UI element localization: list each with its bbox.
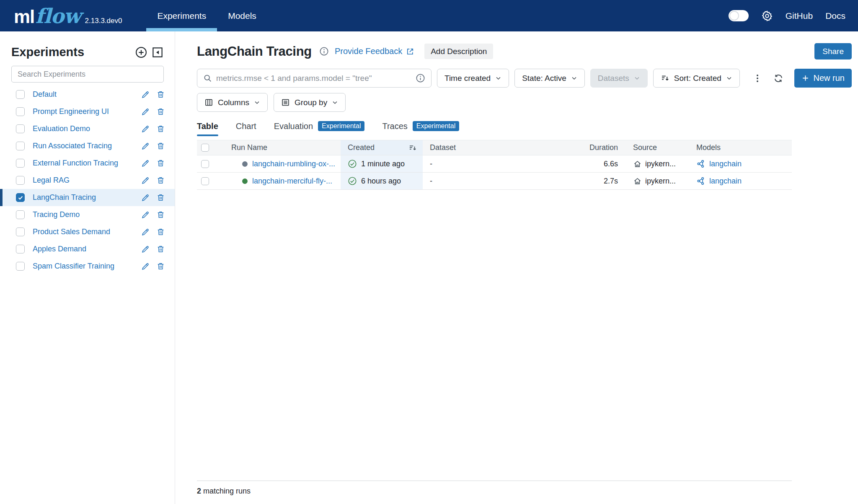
nav-tab-models[interactable]: Models [217,0,267,31]
experiment-label[interactable]: Apples Demand [33,245,86,253]
edit-icon[interactable] [141,262,150,271]
run-search-box[interactable] [197,69,432,88]
sidebar-item-langchain-tracing[interactable]: LangChain Tracing [0,189,175,206]
docs-link[interactable]: Docs [825,11,845,21]
experiment-label[interactable]: Prompt Engineering UI [33,107,109,116]
state-dropdown[interactable]: State: Active [514,69,585,88]
sidebar-item-run-associated-tracing[interactable]: Run Associated Tracing [0,137,175,155]
source-value[interactable]: ipykern... [645,177,676,186]
group-by-dropdown[interactable]: Group by [274,93,346,112]
edit-icon[interactable] [141,124,150,133]
experiment-label[interactable]: LangChain Tracing [33,193,96,202]
sidebar-item-spam-classifier-training[interactable]: Spam Classifier Training [0,258,175,275]
delete-icon[interactable] [157,108,165,116]
more-options-icon[interactable] [752,73,762,83]
experiment-label[interactable]: Evaluation Demo [33,124,90,133]
mlflow-logo[interactable]: mlflow 2.13.3.dev0 [14,4,122,28]
source-value[interactable]: ipykern... [645,160,676,168]
experiment-checkbox[interactable] [16,262,25,271]
sidebar-item-evaluation-demo[interactable]: Evaluation Demo [0,120,175,137]
delete-icon[interactable] [157,228,165,236]
delete-icon[interactable] [157,176,165,184]
sidebar-item-legal-rag[interactable]: Legal RAG [0,172,175,189]
run-name-link[interactable]: langchain-rumbling-ox-... [252,160,335,168]
delete-icon[interactable] [157,142,165,150]
header-duration[interactable]: Duration [584,140,624,155]
experiment-label[interactable]: Spam Classifier Training [33,262,114,271]
edit-icon[interactable] [141,176,150,185]
delete-icon[interactable] [157,159,165,167]
experiment-checkbox[interactable] [16,90,25,99]
delete-icon[interactable] [157,125,165,133]
info-icon[interactable] [319,47,329,56]
sidebar-item-apples-demand[interactable]: Apples Demand [0,240,175,258]
gear-icon[interactable] [761,10,773,22]
collapse-sidebar-icon[interactable] [151,46,164,59]
github-link[interactable]: GitHub [786,11,813,21]
experiment-label[interactable]: Legal RAG [33,176,70,185]
edit-icon[interactable] [141,193,150,202]
experiment-checkbox[interactable] [16,124,25,133]
nav-tab-experiments[interactable]: Experiments [146,0,217,31]
header-models[interactable]: Models [687,140,792,155]
edit-icon[interactable] [141,142,150,150]
experiment-checkbox[interactable] [16,159,25,168]
run-filter-input[interactable] [216,74,412,83]
experiment-checkbox[interactable] [16,107,25,116]
header-created[interactable]: Created [341,140,423,155]
sort-descending-icon[interactable] [408,144,417,152]
edit-icon[interactable] [141,227,150,236]
experiment-label[interactable]: External Function Tracing [33,159,118,168]
edit-icon[interactable] [141,245,150,253]
sidebar-item-external-function-tracing[interactable]: External Function Tracing [0,155,175,172]
header-run-name[interactable]: Run Name [214,140,341,155]
edit-icon[interactable] [141,210,150,219]
experiment-checkbox[interactable] [16,176,25,185]
experiment-label[interactable]: Product Sales Demand [33,227,110,236]
header-dataset[interactable]: Dataset [423,140,584,155]
tab-traces[interactable]: Traces Experimental [382,121,459,136]
experiment-checkbox[interactable] [16,210,25,219]
experiment-checkbox[interactable] [16,227,25,236]
time-created-dropdown[interactable]: Time created [437,69,509,88]
row-checkbox[interactable] [201,177,209,185]
experiment-label[interactable]: Tracing Demo [33,210,80,219]
delete-icon[interactable] [157,245,165,253]
row-checkbox[interactable] [201,160,209,168]
sort-dropdown[interactable]: Sort: Created [653,69,740,88]
new-run-button[interactable]: New run [794,69,852,88]
delete-icon[interactable] [157,262,165,270]
model-link[interactable]: langchain [709,160,742,168]
delete-icon[interactable] [157,90,165,98]
create-experiment-icon[interactable] [135,46,147,59]
experiment-checkbox[interactable] [16,142,25,150]
filter-info-icon[interactable] [416,73,425,83]
select-all-checkbox[interactable] [201,144,209,152]
columns-dropdown[interactable]: Columns [197,93,268,112]
delete-icon[interactable] [157,194,165,202]
table-row[interactable]: langchain-merciful-fly-... 6 hours ago -… [197,173,792,190]
table-row[interactable]: langchain-rumbling-ox-... 1 minute ago -… [197,155,792,173]
provide-feedback-link[interactable]: Provide Feedback [335,47,414,56]
sidebar-item-product-sales-demand[interactable]: Product Sales Demand [0,223,175,240]
sidebar-item-default[interactable]: Default [0,86,175,103]
share-button[interactable]: Share [814,43,852,59]
sidebar-item-prompt-engineering-ui[interactable]: Prompt Engineering UI [0,103,175,120]
search-experiments-input[interactable] [11,66,164,83]
model-link[interactable]: langchain [709,177,742,186]
edit-icon[interactable] [141,90,150,99]
theme-toggle[interactable] [729,10,749,21]
edit-icon[interactable] [141,107,150,116]
tab-evaluation[interactable]: Evaluation Experimental [274,121,365,136]
add-description-button[interactable]: Add Description [424,44,493,59]
sidebar-item-tracing-demo[interactable]: Tracing Demo [0,206,175,223]
tab-chart[interactable]: Chart [236,121,256,136]
run-name-link[interactable]: langchain-merciful-fly-... [252,177,332,186]
edit-icon[interactable] [141,159,150,168]
tab-table[interactable]: Table [197,121,218,136]
delete-icon[interactable] [157,211,165,219]
experiment-checkbox[interactable] [16,245,25,253]
experiment-label[interactable]: Run Associated Tracing [33,142,112,150]
refresh-icon[interactable] [773,73,783,83]
experiment-checkbox-checked[interactable] [16,193,25,202]
